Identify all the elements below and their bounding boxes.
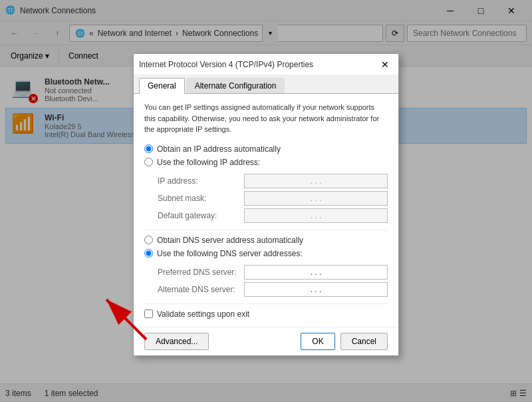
dialog-overlay: Internet Protocol Version 4 (TCP/IPv4) P… (0, 0, 532, 402)
tab-alternate[interactable]: Alternate Configuration (186, 78, 285, 93)
validate-checkbox[interactable] (144, 309, 153, 318)
alternate-dns-row: Alternate DNS server: (158, 282, 388, 297)
section-divider-2 (144, 303, 388, 304)
dns-radio-group: Obtain DNS server address automatically … (144, 236, 388, 258)
dns-auto-label: Obtain DNS server address automatically (157, 236, 303, 245)
ip-radio-group: Obtain an IP address automatically Use t… (144, 144, 388, 167)
gateway-label: Default gateway: (158, 211, 244, 220)
dns-section: Obtain DNS server address automatically … (144, 236, 388, 297)
dialog-title: Internet Protocol Version 4 (TCP/IPv4) P… (139, 60, 377, 69)
ip-auto-row: Obtain an IP address automatically (144, 144, 388, 154)
subnet-input[interactable] (244, 191, 388, 206)
ip-address-input[interactable] (244, 174, 388, 188)
ip-auto-radio[interactable] (144, 144, 153, 153)
advanced-button[interactable]: Advanced... (144, 333, 209, 350)
ip-manual-radio[interactable] (144, 158, 153, 166)
gateway-row: Default gateway: (158, 208, 388, 223)
ip-fields: IP address: Subnet mask: Default gateway… (158, 174, 388, 223)
validate-label: Validate settings upon exit (157, 309, 249, 319)
dns-auto-row: Obtain DNS server address automatically (144, 236, 388, 245)
ip-address-row: IP address: (158, 174, 388, 188)
dns-manual-label: Use the following DNS server addresses: (157, 249, 303, 258)
dns-manual-row: Use the following DNS server addresses: (144, 249, 388, 258)
alternate-dns-label: Alternate DNS server: (158, 285, 244, 294)
preferred-dns-row: Preferred DNS server: (158, 265, 388, 280)
tab-general[interactable]: General (139, 78, 185, 94)
ip-address-label: IP address: (158, 176, 244, 186)
dns-manual-radio[interactable] (144, 249, 153, 258)
dialog-tabs: General Alternate Configuration (134, 75, 398, 94)
cancel-button[interactable]: Cancel (340, 333, 388, 350)
dialog-footer: Advanced... OK Cancel (134, 327, 398, 355)
dialog-close-button[interactable]: ✕ (377, 57, 393, 73)
ip-auto-label: Obtain an IP address automatically (157, 144, 281, 154)
alternate-dns-input[interactable] (244, 282, 388, 297)
ok-button[interactable]: OK (301, 333, 334, 350)
dialog-body: You can get IP settings assigned automat… (134, 94, 398, 327)
preferred-dns-label: Preferred DNS server: (158, 268, 244, 277)
section-divider (144, 230, 388, 230)
ip-manual-row: Use the following IP address: (144, 158, 388, 167)
dns-fields: Preferred DNS server: Alternate DNS serv… (158, 265, 388, 297)
footer-left: Advanced... (144, 333, 295, 350)
dialog-titlebar: Internet Protocol Version 4 (TCP/IPv4) P… (134, 54, 398, 75)
preferred-dns-input[interactable] (244, 265, 388, 280)
dialog-description: You can get IP settings assigned automat… (144, 102, 388, 135)
subnet-row: Subnet mask: (158, 191, 388, 206)
subnet-label: Subnet mask: (158, 194, 244, 203)
ip-manual-label: Use the following IP address: (157, 158, 260, 167)
validate-row: Validate settings upon exit (144, 309, 388, 319)
tcp-ipv4-dialog: Internet Protocol Version 4 (TCP/IPv4) P… (133, 53, 399, 356)
gateway-input[interactable] (244, 208, 388, 223)
dns-auto-radio[interactable] (144, 236, 153, 244)
